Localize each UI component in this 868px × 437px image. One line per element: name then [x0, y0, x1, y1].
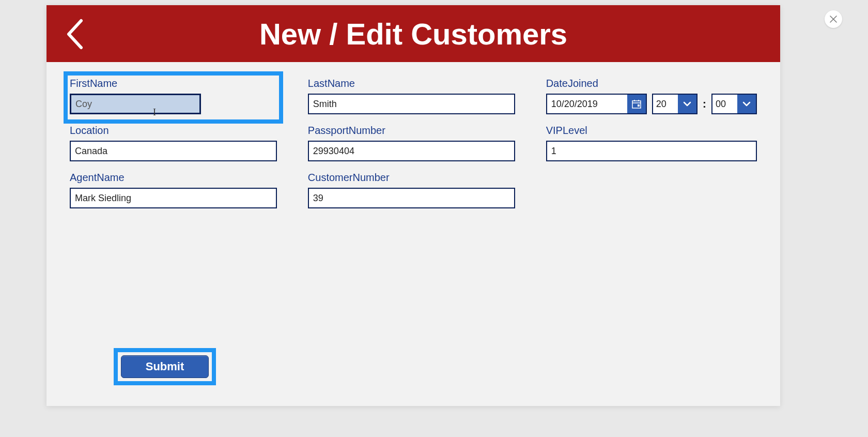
location-label: Location — [70, 125, 277, 137]
viplevel-input[interactable] — [546, 141, 757, 161]
minute-select[interactable]: 00 — [711, 94, 757, 114]
submit-button[interactable]: Submit — [121, 355, 209, 378]
page-container: New / Edit Customers FirstName LastName … — [47, 5, 780, 406]
close-button[interactable] — [825, 10, 842, 28]
field-lastname: LastName — [308, 78, 515, 114]
field-passportnumber: PassportNumber — [308, 125, 515, 161]
passportnumber-label: PassportNumber — [308, 125, 515, 137]
field-viplevel: VIPLevel — [546, 125, 757, 161]
hour-chevron-button[interactable] — [678, 95, 696, 113]
date-text: 10/20/2019 — [547, 95, 627, 113]
datejoined-controls: 10/20/2019 20 — [546, 94, 757, 114]
customernumber-input[interactable] — [308, 188, 515, 208]
chevron-down-icon — [683, 101, 691, 107]
datejoined-label: DateJoined — [546, 78, 757, 89]
chevron-left-icon — [65, 18, 85, 51]
close-icon — [830, 16, 837, 23]
lastname-label: LastName — [308, 78, 515, 89]
header-bar: New / Edit Customers — [47, 5, 780, 62]
lastname-input[interactable] — [308, 94, 515, 114]
calendar-icon — [632, 99, 641, 109]
form-grid: FirstName LastName DateJoined 10/20/2019 — [47, 62, 780, 208]
page-title: New / Edit Customers — [259, 17, 567, 51]
viplevel-label: VIPLevel — [546, 125, 757, 137]
minute-chevron-button[interactable] — [737, 95, 756, 113]
firstname-input[interactable] — [70, 94, 201, 114]
hour-text: 20 — [653, 95, 678, 113]
chevron-down-icon — [742, 101, 751, 107]
field-agentname: AgentName — [70, 172, 277, 208]
minute-text: 00 — [712, 95, 737, 113]
firstname-highlight: FirstName — [64, 71, 283, 124]
submit-highlight: Submit — [114, 348, 216, 385]
hour-select[interactable]: 20 — [652, 94, 698, 114]
firstname-label: FirstName — [70, 78, 277, 89]
customernumber-label: CustomerNumber — [308, 172, 515, 184]
back-button[interactable] — [65, 18, 85, 53]
svg-rect-4 — [638, 104, 640, 107]
agentname-label: AgentName — [70, 172, 277, 184]
calendar-button[interactable] — [627, 95, 646, 113]
field-datejoined: DateJoined 10/20/2019 2 — [546, 78, 757, 114]
passportnumber-input[interactable] — [308, 141, 515, 161]
field-location: Location — [70, 125, 277, 161]
location-input[interactable] — [70, 141, 277, 161]
time-separator: : — [703, 97, 706, 111]
date-picker[interactable]: 10/20/2019 — [546, 94, 647, 114]
field-firstname: FirstName — [70, 78, 277, 114]
field-customernumber: CustomerNumber — [308, 172, 515, 208]
agentname-input[interactable] — [70, 188, 277, 208]
